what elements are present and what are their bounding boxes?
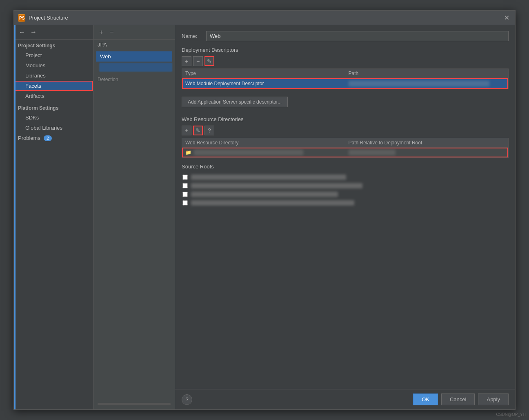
sidebar-item-libraries[interactable]: Libraries [14,71,93,81]
platform-settings-header: Platform Settings [14,101,93,113]
web-resource-table-header: Web Resource Directory Path Relative to … [182,138,508,148]
back-button[interactable]: ← [17,28,27,37]
problems-row[interactable]: Problems 2 [14,133,93,143]
web-resource-row[interactable]: 📁 [182,148,508,157]
remove-descriptor-button[interactable]: − [193,56,203,66]
sidebar-nav: ← → [14,25,93,40]
web-resource-path-header: Path Relative to Deployment Root [345,138,509,147]
svg-text:PS: PS [19,16,25,20]
source-root-checkbox-1[interactable] [182,175,188,180]
deployment-table: Type Path Web Module Deployment Descript… [182,69,509,89]
name-label: Name: [182,33,202,39]
project-settings-header: Project Settings [14,40,93,50]
middle-item-web-container: Web [93,50,175,75]
bottom-bar: ? OK Cancel Apply [175,389,515,409]
ok-button[interactable]: OK [413,393,438,405]
deployment-table-header: Type Path [182,69,508,78]
web-resource-table: Web Resource Directory Path Relative to … [182,138,509,158]
main-content: Name: Deployment Descriptors + − ✎ Type … [175,25,515,409]
middle-item-jpa[interactable]: JPA [93,40,175,50]
name-row: Name: [182,31,509,41]
dialog-title: Project Structure [29,15,68,21]
path-cell [345,78,509,89]
main-inner: Name: Deployment Descriptors + − ✎ Type … [175,25,515,389]
middle-item-detection[interactable]: Detection [93,75,175,84]
sidebar-item-sdks[interactable]: SDKs [14,113,93,123]
middle-toolbar: + − [93,25,175,40]
table-row[interactable]: Web Module Deployment Descriptor [182,78,508,89]
sidebar-item-artifacts[interactable]: Artifacts [14,91,93,101]
source-root-checkbox-3[interactable] [182,192,188,197]
add-facet-button[interactable]: + [97,28,106,37]
bottom-left: ? [182,394,192,405]
problems-badge: 2 [44,135,52,141]
sidebar-item-facets[interactable]: Facets [14,81,93,91]
source-root-checkbox-2[interactable] [182,183,188,188]
web-resource-toolbar: + ✎ ? [182,126,509,135]
web-resource-dir-header: Web Resource Directory [182,138,345,147]
sidebar-item-project[interactable]: Project [14,50,93,60]
close-button[interactable]: ✕ [502,13,511,22]
source-root-row-4 [182,199,509,207]
folder-icon: 📁 [185,150,191,155]
apply-button[interactable]: Apply [478,393,509,405]
source-root-checkbox-4[interactable] [182,200,188,206]
sidebar-item-global-libraries[interactable]: Global Libraries [14,123,93,133]
title-bar: PS Project Structure ✕ [14,11,515,25]
bottom-right: OK Cancel Apply [413,393,509,405]
name-input[interactable] [206,31,509,41]
add-descriptor-button[interactable]: + [182,56,191,66]
middle-blurred-bar [99,63,172,72]
source-roots-section: Source Roots [182,164,509,207]
web-resource-path-cell [345,148,509,157]
source-root-row-1 [182,173,509,181]
help-button[interactable]: ? [182,394,192,405]
edit-descriptor-button[interactable]: ✎ [204,56,214,66]
add-descriptor-btn[interactable]: Add Application Server specific descript… [182,97,288,107]
watermark: CSDN@OP_YH [496,412,526,417]
forward-button[interactable]: → [29,28,38,37]
cancel-button[interactable]: Cancel [441,393,475,405]
path-column-header: Path [345,69,509,78]
middle-panel: + − JPA Web Detection [93,25,175,409]
type-cell: Web Module Deployment Descriptor [182,78,345,89]
help-web-resource-button[interactable]: ? [204,126,214,135]
source-root-row-3 [182,190,509,199]
add-web-resource-button[interactable]: + [182,126,191,135]
title-bar-left: PS Project Structure [18,14,68,22]
web-resource-section: Web Resource Directories + ✎ ? Web Resou… [182,116,509,158]
source-root-row-2 [182,181,509,190]
web-resource-dir-cell: 📁 [182,148,345,157]
middle-item-web[interactable]: Web [96,51,172,62]
type-column-header: Type [182,69,345,78]
project-structure-dialog: PS Project Structure ✕ ← → Project Setti… [13,10,516,410]
middle-scrollbar[interactable] [98,403,171,405]
source-roots-title: Source Roots [182,164,509,170]
app-icon: PS [18,14,25,22]
sidebar-item-modules[interactable]: Modules [14,60,93,71]
deployment-section-title: Deployment Descriptors [182,47,509,53]
remove-facet-button[interactable]: − [107,28,116,37]
web-resource-title: Web Resource Directories [182,116,509,122]
dialog-body: ← → Project Settings Project Modules Lib… [14,25,515,409]
edit-web-resource-button[interactable]: ✎ [193,126,203,135]
problems-label: Problems [18,135,40,141]
sidebar: ← → Project Settings Project Modules Lib… [14,25,93,409]
deployment-toolbar: + − ✎ [182,56,509,66]
